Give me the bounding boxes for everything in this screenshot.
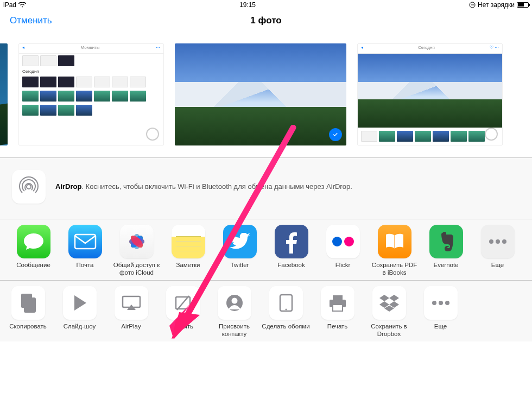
facebook-icon — [285, 230, 298, 254]
photos-icon — [125, 230, 148, 253]
action-print[interactable]: Печать — [312, 286, 363, 338]
mail-icon — [74, 233, 97, 250]
action-label: Сохранить в Dropbox — [365, 323, 414, 338]
checkmark-icon — [329, 128, 342, 141]
action-copy[interactable]: Скопировать — [2, 286, 54, 338]
flickr-icon — [331, 236, 355, 248]
app-label: Почта — [61, 262, 110, 277]
charging-label: Нет зарядки — [478, 1, 515, 9]
photos-strip[interactable]: ◂Моменты⋯ Сегодня ◂Сегодня♡ ⋯ — [0, 31, 532, 157]
battery-icon — [517, 2, 529, 8]
share-icloud-photos[interactable]: Общий доступ к фото iCloud — [111, 225, 162, 277]
app-label: Сохранить PDF в iBooks — [370, 262, 419, 277]
action-label: Присвоить контакту — [210, 323, 259, 338]
photo-tile-selected[interactable] — [175, 43, 346, 145]
share-more[interactable]: Еще — [472, 225, 523, 277]
ibooks-icon — [384, 232, 406, 251]
action-airplay[interactable]: AirPlay — [105, 286, 157, 338]
svg-rect-27 — [333, 305, 343, 311]
share-twitter[interactable]: Twitter — [214, 225, 265, 277]
twitter-icon — [230, 233, 250, 250]
svg-point-22 — [231, 298, 237, 304]
hide-icon — [174, 294, 192, 312]
action-label: Скрыть — [159, 323, 207, 338]
wallpaper-icon — [278, 293, 294, 313]
svg-point-29 — [439, 301, 443, 305]
action-label: AirPlay — [107, 323, 156, 338]
app-label: Еще — [473, 262, 522, 277]
print-icon — [328, 294, 347, 312]
action-label: Еще — [416, 323, 465, 338]
app-label: Общий доступ к фото iCloud — [112, 262, 161, 277]
no-charge-icon — [469, 2, 476, 8]
share-evernote[interactable]: Evernote — [420, 225, 472, 277]
action-wallpaper[interactable]: Сделать обоями — [260, 286, 312, 338]
app-label: Facebook — [267, 262, 316, 277]
svg-point-28 — [432, 301, 436, 305]
action-label: Печать — [313, 323, 362, 338]
action-assign-contact[interactable]: Присвоить контакту — [208, 286, 260, 338]
app-label: Сообщение — [9, 262, 58, 277]
svg-rect-25 — [333, 295, 343, 300]
dropbox-icon — [379, 294, 400, 312]
photo-tile[interactable]: ◂Сегодня♡ ⋯ — [357, 43, 503, 145]
airdrop-icon — [12, 170, 46, 204]
app-label: Заметки — [164, 262, 213, 277]
action-slideshow[interactable]: Слайд-шоу — [54, 286, 105, 338]
device-label: iPad — [3, 1, 16, 9]
svg-point-30 — [445, 301, 449, 305]
airdrop-row[interactable]: AirDrop. Коснитесь, чтобы включить Wi-Fi… — [0, 158, 532, 219]
messages-icon — [23, 232, 45, 251]
svg-point-13 — [489, 239, 493, 244]
app-label: Twitter — [216, 262, 264, 277]
wifi-icon — [18, 2, 26, 8]
play-icon — [72, 294, 87, 312]
more-icon — [489, 239, 507, 244]
airdrop-text: AirDrop. Коснитесь, чтобы включить Wi-Fi… — [55, 182, 352, 192]
action-dropbox[interactable]: Сохранить в Dropbox — [363, 286, 415, 338]
svg-rect-18 — [24, 298, 35, 312]
selection-ring — [485, 128, 498, 141]
share-flickr[interactable]: Flickr — [317, 225, 369, 277]
status-bar: iPad 19:15 Нет зарядки — [0, 0, 532, 10]
cancel-button[interactable]: Отменить — [0, 15, 52, 26]
share-apps-row: Сообщение Почта — [0, 219, 532, 280]
evernote-icon — [437, 231, 455, 252]
copy-icon — [19, 293, 37, 313]
photo-tile-edge[interactable] — [0, 43, 8, 145]
share-messages[interactable]: Сообщение — [8, 225, 59, 277]
svg-point-11 — [332, 237, 342, 246]
share-notes[interactable]: Заметки — [162, 225, 214, 277]
more-icon — [432, 300, 450, 306]
selection-ring — [146, 128, 159, 141]
app-label: Evernote — [422, 262, 471, 277]
action-hide[interactable]: Скрыть — [157, 286, 208, 338]
svg-point-14 — [496, 239, 500, 244]
actions-row: Скопировать Слайд-шоу AirPlay Скрыть При… — [0, 281, 532, 341]
share-ibooks-pdf[interactable]: Сохранить PDF в iBooks — [369, 225, 420, 277]
clock: 19:15 — [239, 1, 256, 9]
svg-rect-2 — [75, 235, 96, 249]
airplay-icon — [121, 295, 142, 311]
action-more[interactable]: Еще — [415, 286, 466, 338]
action-label: Слайд-шоу — [55, 323, 104, 338]
nav-bar: Отменить 1 фото — [0, 10, 532, 31]
action-label: Скопировать — [4, 323, 53, 338]
share-facebook[interactable]: Facebook — [265, 225, 317, 277]
photo-tile[interactable]: ◂Моменты⋯ Сегодня — [18, 43, 164, 145]
svg-point-12 — [344, 237, 354, 246]
action-label: Сделать обоями — [262, 323, 311, 338]
svg-point-15 — [502, 239, 506, 244]
svg-point-1 — [27, 185, 31, 189]
contact-icon — [225, 294, 244, 312]
share-mail[interactable]: Почта — [59, 225, 111, 277]
app-label: Flickr — [319, 262, 368, 277]
page-title: 1 фото — [250, 15, 281, 26]
svg-point-24 — [285, 309, 287, 311]
